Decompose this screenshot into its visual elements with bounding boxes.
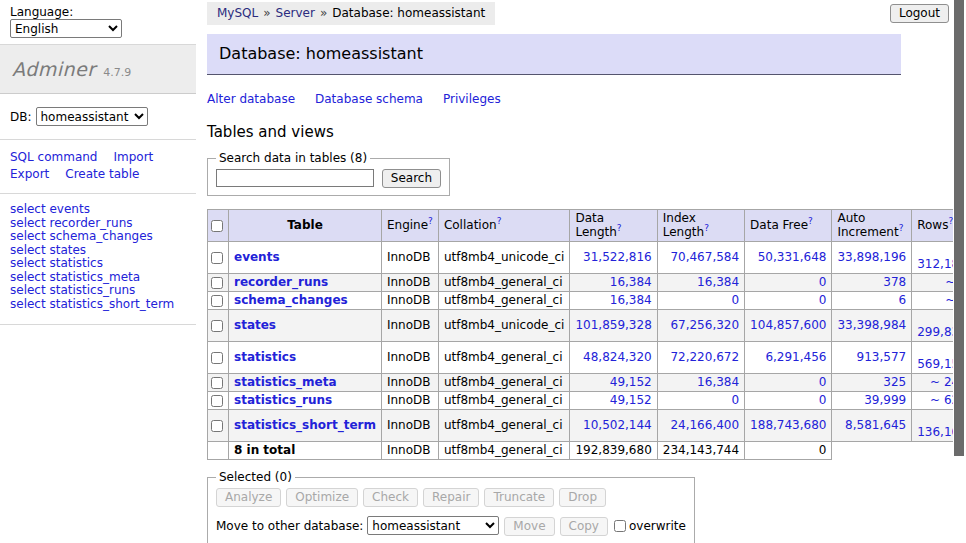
row-checkbox-cell	[208, 310, 229, 342]
db-select[interactable]: homeassistant	[36, 107, 148, 126]
sidebar-item-select-statistics-meta[interactable]: select statistics_meta	[10, 271, 188, 285]
cell-index-length[interactable]: 67,256,320	[657, 310, 744, 342]
sidebar-item-select-schema-changes[interactable]: select schema_changes	[10, 230, 188, 244]
search-input[interactable]	[216, 169, 374, 187]
selected-legend: Selected (0)	[216, 470, 295, 484]
help-icon[interactable]: ?	[497, 216, 502, 226]
cell-index-length[interactable]: 70,467,584	[657, 242, 744, 274]
cell-data-free[interactable]: 104,857,600	[745, 310, 832, 342]
row-checkbox-statistics-short-term[interactable]	[211, 420, 223, 432]
cell-index-length[interactable]: 72,220,672	[657, 342, 744, 374]
cell-auto-increment[interactable]: 325	[832, 374, 912, 392]
sidebar-link-import[interactable]: Import	[113, 150, 153, 164]
sidebar: Language:English Adminer 4.7.9 DB:homeas…	[0, 0, 196, 325]
sidebar-item-select-statistics[interactable]: select statistics	[10, 257, 188, 271]
breadcrumb-server[interactable]: Server	[276, 6, 315, 20]
table-link-schema-changes[interactable]: schema_changes	[234, 293, 348, 307]
db-label: DB:	[10, 110, 32, 124]
cell-index-length[interactable]: 0	[657, 392, 744, 410]
link-database-schema[interactable]: Database schema	[315, 92, 423, 106]
truncate-button[interactable]: Truncate	[484, 488, 554, 507]
cell-auto-increment[interactable]: 913,577	[832, 342, 912, 374]
row-checkbox-states[interactable]	[211, 320, 223, 332]
sidebar-link-export[interactable]: Export	[10, 167, 49, 181]
cell-index-length[interactable]: 0	[657, 292, 744, 310]
cell-data-length[interactable]: 10,502,144	[570, 410, 657, 442]
drop-button[interactable]: Drop	[559, 488, 606, 507]
cell-collation: utf8mb4_unicode_ci	[438, 242, 570, 274]
move-database-select[interactable]: homeassistant	[367, 516, 499, 535]
table-row-states: statesInnoDButf8mb4_unicode_ci101,859,32…	[208, 310, 966, 342]
sidebar-actions: SQL commandImport ExportCreate table	[0, 140, 196, 194]
sidebar-actions-row2: ExportCreate table	[10, 166, 188, 183]
help-icon[interactable]: ?	[428, 216, 433, 226]
cell-auto-increment[interactable]: 33,398,984	[832, 310, 912, 342]
cell-data-length[interactable]: 16,384	[570, 274, 657, 292]
table-link-recorder-runs[interactable]: recorder_runs	[234, 275, 328, 289]
cell-index-length[interactable]: 16,384	[657, 274, 744, 292]
cell-data-length[interactable]: 49,152	[570, 392, 657, 410]
cell-index-length[interactable]: 16,384	[657, 374, 744, 392]
table-link-statistics-runs[interactable]: statistics_runs	[234, 393, 332, 407]
sidebar-item-select-statistics-short-term[interactable]: select statistics_short_term	[10, 298, 188, 312]
row-checkbox-statistics-runs[interactable]	[211, 395, 223, 407]
cell-engine: InnoDB	[381, 274, 438, 292]
row-checkbox-schema-changes[interactable]	[211, 295, 223, 307]
copy-button[interactable]: Copy	[560, 517, 608, 536]
help-icon[interactable]: ?	[808, 216, 813, 226]
breadcrumb-separator: »	[320, 6, 327, 20]
row-checkbox-events[interactable]	[211, 252, 223, 264]
sidebar-link-create-table[interactable]: Create table	[65, 167, 139, 181]
row-checkbox-recorder-runs[interactable]	[211, 277, 223, 289]
link-privileges[interactable]: Privileges	[443, 92, 501, 106]
cell-auto-increment[interactable]: 378	[832, 274, 912, 292]
logout-button[interactable]: Logout	[890, 4, 949, 23]
optimize-button[interactable]: Optimize	[286, 488, 358, 507]
search-button[interactable]: Search	[382, 169, 441, 188]
cell-data-free[interactable]: 0	[745, 392, 832, 410]
cell-data-length[interactable]: 48,824,320	[570, 342, 657, 374]
cell-data-free[interactable]: 0	[745, 292, 832, 310]
language-select[interactable]: English	[10, 19, 122, 38]
scrollbar-thumb[interactable]	[954, 0, 964, 456]
help-icon[interactable]: ?	[899, 223, 904, 233]
sidebar-link-sql-command[interactable]: SQL command	[10, 150, 97, 164]
row-checkbox-statistics[interactable]	[211, 352, 223, 364]
cell-data-length[interactable]: 16,384	[570, 292, 657, 310]
sidebar-item-select-states[interactable]: select states	[10, 244, 188, 258]
table-link-statistics-short-term[interactable]: statistics_short_term	[234, 418, 376, 432]
sidebar-item-select-events[interactable]: select events	[10, 203, 188, 217]
cell-data-length[interactable]: 31,522,816	[570, 242, 657, 274]
check-button[interactable]: Check	[363, 488, 418, 507]
row-checkbox-statistics-meta[interactable]	[211, 377, 223, 389]
cell-auto-increment[interactable]: 6	[832, 292, 912, 310]
overwrite-checkbox[interactable]	[614, 520, 626, 532]
cell-auto-increment[interactable]: 39,999	[832, 392, 912, 410]
table-row-statistics-meta: statistics_metaInnoDButf8mb4_general_ci4…	[208, 374, 966, 392]
table-link-states[interactable]: states	[234, 318, 276, 332]
cell-data-free[interactable]: 6,291,456	[745, 342, 832, 374]
cell-data-length[interactable]: 49,152	[570, 374, 657, 392]
row-checkbox-cell	[208, 242, 229, 274]
help-icon[interactable]: ?	[617, 223, 622, 233]
cell-data-free[interactable]: 50,331,648	[745, 242, 832, 274]
cell-data-free[interactable]: 0	[745, 274, 832, 292]
breadcrumb-mysql[interactable]: MySQL	[217, 6, 258, 20]
cell-data-free[interactable]: 188,743,680	[745, 410, 832, 442]
help-icon[interactable]: ?	[704, 223, 709, 233]
cell-index-length[interactable]: 24,166,400	[657, 410, 744, 442]
cell-auto-increment[interactable]: 8,581,645	[832, 410, 912, 442]
sidebar-item-select-statistics-runs[interactable]: select statistics_runs	[10, 284, 188, 298]
analyze-button[interactable]: Analyze	[216, 488, 281, 507]
select-all-checkbox[interactable]	[211, 220, 223, 232]
table-link-statistics[interactable]: statistics	[234, 350, 296, 364]
cell-data-length[interactable]: 101,859,328	[570, 310, 657, 342]
cell-data-free[interactable]: 0	[745, 374, 832, 392]
table-link-statistics-meta[interactable]: statistics_meta	[234, 375, 337, 389]
cell-auto-increment[interactable]: 33,898,196	[832, 242, 912, 274]
table-link-events[interactable]: events	[234, 250, 280, 264]
move-button[interactable]: Move	[504, 517, 554, 536]
link-alter-database[interactable]: Alter database	[207, 92, 295, 106]
repair-button[interactable]: Repair	[423, 488, 479, 507]
sidebar-item-select-recorder-runs[interactable]: select recorder_runs	[10, 217, 188, 231]
